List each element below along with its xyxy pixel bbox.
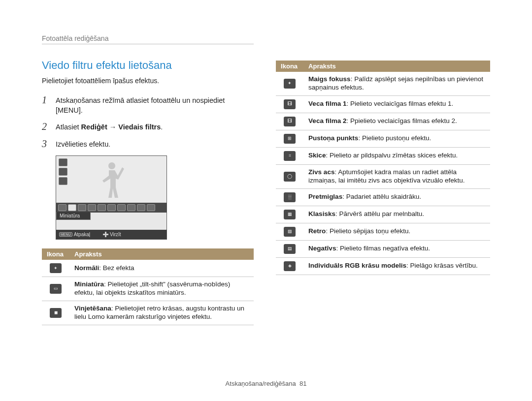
retro-icon: ▧ — [284, 227, 296, 237]
th-desc: Apraksts — [69, 248, 254, 260]
off-icon: ✦ — [50, 263, 62, 273]
filter-description: Miniatūra: Pielietojiet „tilt-shift" (sa… — [69, 277, 254, 301]
right-filter-table: Ikona Apraksts ✦Maigs fokuss: Palīdz aps… — [276, 61, 490, 275]
toolbar-icon-selected — [68, 204, 76, 211]
menu-chip-icon: MENU — [59, 232, 72, 237]
toolbar-icon — [78, 204, 86, 211]
table-row: 🎞Veca filma 2: Ppielieto veclaicīgas fil… — [276, 113, 490, 130]
classic-icon: ▦ — [284, 210, 296, 219]
toolbar-icon — [58, 204, 66, 211]
filter-description: Pustoņa punkts: Pielieto pustoņu efektu. — [303, 130, 490, 147]
filter-description: Skice: Pielieto ar pildspalvu zīmētas sk… — [303, 147, 490, 164]
old-film-2-icon: 🎞 — [284, 117, 296, 126]
camera-screenshot: Miniatūra MENU Atpakaļ Virzīt — [56, 155, 167, 240]
toolbar-icon — [127, 204, 135, 211]
table-row: ◈Individuāls RGB krāsu modelis: Pielāgo … — [276, 257, 490, 275]
table-row: ◯Zivs acs: Aptumšojiet kadra malas un ra… — [276, 164, 490, 188]
step-number: 1 — [42, 94, 53, 106]
selected-filter-label: Miniatūra — [56, 212, 91, 220]
step-text: Atlasiet Rediģēt → Viedais filtrs. — [56, 121, 163, 132]
toolbar-icon — [147, 204, 155, 211]
defog-icon: ░ — [284, 192, 296, 202]
th-desc: Apraksts — [303, 61, 490, 72]
table-row: ▭Miniatūra: Pielietojiet „tilt-shift" (s… — [42, 277, 254, 301]
th-icon: Ikona — [42, 248, 69, 260]
breadcrumb: Fotoattēla rediģēšana — [42, 34, 254, 44]
step-number: 2 — [42, 121, 53, 132]
overlay-icon — [59, 168, 67, 176]
toolbar-icon — [98, 204, 106, 211]
filter-description: Veca filma 1: Pielieto veclaicīgas filma… — [303, 95, 490, 113]
steps-list: 1 Atskaņošanas režīmā atlasiet fotoattēl… — [42, 94, 254, 150]
step-3: 3 Izvēlieties efektu. — [42, 138, 254, 150]
custom-rgb-icon: ◈ — [284, 261, 296, 271]
filter-description: Vinjetēšana: Pielietojiet retro krāsas, … — [69, 301, 254, 325]
filter-description: Negatīvs: Pielieto filmas negatīva efekt… — [303, 240, 490, 257]
dpad-icon — [103, 232, 108, 237]
table-row: ✦Normāli: Bez efekta — [42, 260, 254, 277]
toolbar-icon — [117, 204, 126, 211]
old-film-1-icon: 🎞 — [284, 99, 296, 109]
filter-toolbar — [56, 203, 166, 213]
filter-description: Maigs fokuss: Palīdz apslēpt sejas nepil… — [303, 72, 490, 95]
table-row: ▤Negatīvs: Pielieto filmas negatīva efek… — [276, 240, 490, 257]
section-title: Viedo filtru efektu lietošana — [42, 59, 254, 72]
child-silhouette — [95, 158, 129, 203]
table-row: ░Pretmiglas: Padariet attēlu skaidrāku. — [276, 188, 490, 206]
soft-focus-icon: ✦ — [284, 79, 296, 89]
miniature-icon: ▭ — [50, 284, 62, 294]
fisheye-icon: ◯ — [284, 172, 296, 182]
table-row: 🎞Veca filma 1: Pielieto veclaicīgas film… — [276, 95, 490, 113]
filter-description: Pretmiglas: Padariet attēlu skaidrāku. — [303, 188, 490, 206]
sketch-icon: ⌗ — [284, 151, 296, 161]
screenshot-footer: MENU Atpakaļ Virzīt — [56, 230, 166, 239]
overlay-icon — [59, 177, 67, 185]
toolbar-icon — [137, 204, 145, 211]
table-row: ◼Vinjetēšana: Pielietojiet retro krāsas,… — [42, 301, 254, 325]
toolbar-icon — [88, 204, 96, 211]
overlay-icon — [59, 158, 67, 166]
table-row: ⌗Skice: Pielieto ar pildspalvu zīmētas s… — [276, 147, 490, 164]
toolbar-icon — [107, 204, 116, 211]
step-text: Izvēlieties efektu. — [56, 138, 110, 150]
step-1: 1 Atskaņošanas režīmā atlasiet fotoattēl… — [42, 94, 254, 115]
filter-description: Normāli: Bez efekta — [69, 260, 254, 277]
table-row: ▧Retro: Pielieto sēpijas toņu efektu. — [276, 223, 490, 240]
table-row: ▦Klasisks: Pārvērš attēlu par melnbaltu. — [276, 206, 490, 223]
halftone-icon: ⊞ — [284, 134, 296, 144]
filter-description: Zivs acs: Aptumšojiet kadra malas un rad… — [303, 164, 490, 188]
section-intro: Pielietojiet fotoattēliem īpašus efektus… — [42, 77, 254, 85]
table-row: ⊞Pustoņa punkts: Pielieto pustoņu efektu… — [276, 130, 490, 147]
step-number: 3 — [42, 138, 53, 150]
filter-description: Retro: Pielieto sēpijas toņu efektu. — [303, 223, 490, 240]
filter-description: Individuāls RGB krāsu modelis: Pielāgo k… — [303, 257, 490, 275]
filter-description: Klasisks: Pārvērš attēlu par melnbaltu. — [303, 206, 490, 223]
step-text: Atskaņošanas režīmā atlasiet fotoattēlu … — [56, 94, 254, 115]
filter-description: Veca filma 2: Ppielieto veclaicīgas film… — [303, 113, 490, 130]
page-footer: Atskaņošana/rediģēšana 81 — [0, 380, 532, 387]
th-icon: Ikona — [276, 61, 303, 72]
vignette-icon: ◼ — [50, 308, 62, 318]
step-2: 2 Atlasiet Rediģēt → Viedais filtrs. — [42, 121, 254, 132]
left-filter-table: Ikona Apraksts ✦Normāli: Bez efekta▭Mini… — [42, 248, 254, 325]
negative-icon: ▤ — [284, 244, 296, 254]
table-row: ✦Maigs fokuss: Palīdz apslēpt sejas nepi… — [276, 72, 490, 95]
